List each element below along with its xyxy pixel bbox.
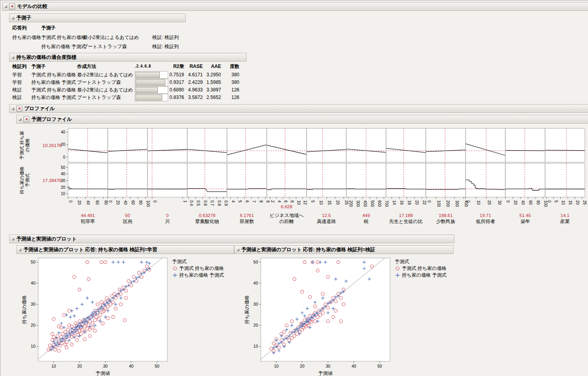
- fit-table-cell: 持ち家の価格 予測式: [31, 94, 76, 101]
- fit-table-cell: ブートストラップ森: [77, 79, 134, 86]
- section-title: 持ち家の価格の適合度指標: [16, 54, 76, 61]
- fit-table-header: .2.4.6.8: [135, 63, 167, 70]
- circle-marker-icon: [172, 266, 178, 271]
- disclosure-icon[interactable]: [237, 248, 239, 251]
- fit-table-cell: 4.6171: [185, 71, 203, 78]
- fit-table-cell: 380: [223, 79, 239, 86]
- legend-item-bootstrap-forest[interactable]: 持ち家の価格 予測式: [172, 272, 224, 279]
- factor-name: 少数民族: [436, 219, 455, 224]
- svg-text:0.4: 0.4: [189, 200, 194, 206]
- fit-table-header: 度数: [223, 63, 239, 70]
- fit-table-cell: 4.9633: [185, 86, 203, 93]
- factor-name: 犯罪率: [81, 219, 95, 224]
- outline-actual-by-predicted: 予測値と実測値のプロット: [9, 235, 454, 243]
- svg-text:30: 30: [497, 200, 502, 205]
- svg-text:0: 0: [108, 200, 113, 203]
- svg-text:40: 40: [31, 281, 35, 285]
- fit-table-cell: 3.3897: [203, 86, 221, 93]
- factor-current-value: 449: [362, 213, 370, 218]
- svg-text:60: 60: [528, 200, 533, 205]
- factor-current-value: 0: [166, 213, 169, 218]
- predictor-name: 予測式 持ち家の価格: [41, 34, 86, 41]
- svg-text:200: 200: [446, 200, 450, 207]
- y-axis-label: 持ち家の価格: [21, 295, 27, 325]
- disclosure-icon[interactable]: [4, 5, 7, 8]
- svg-text:50: 50: [377, 364, 382, 368]
- fit-table-header: 予測子: [31, 63, 76, 70]
- svg-text:14: 14: [392, 200, 396, 205]
- svg-text:80: 80: [536, 200, 540, 205]
- response-axis-label: 予測式: [25, 173, 30, 187]
- svg-text:40: 40: [61, 130, 66, 134]
- disclosure-icon[interactable]: [12, 107, 14, 110]
- response-axis-label: の価格: [25, 138, 30, 152]
- legend-label: 持ち家の価格 予測式: [402, 272, 446, 279]
- response-current-value: 10.26178: [43, 143, 62, 148]
- svg-text:5: 5: [554, 200, 558, 203]
- outline-predictors: 予測子: [9, 14, 186, 22]
- red-triangle-menu-icon[interactable]: [23, 116, 29, 122]
- outline-profiles: プロファイル: [9, 104, 588, 113]
- svg-text:500: 500: [370, 200, 375, 207]
- svg-text:4: 4: [277, 200, 281, 203]
- svg-text:7: 7: [252, 200, 256, 203]
- outline-plot-training: 予測値と実測値のプロット 応答: 持ち家の価格 検証列=学習: [16, 245, 234, 254]
- fit-table-cell: 380: [223, 71, 239, 78]
- prediction-profiler-plot[interactable]: 02040608044.491犯罪率02040608010050区画010川0.…: [16, 124, 587, 232]
- fit-table-cell: 学習: [12, 79, 31, 86]
- fit-table-cell: 3.5872: [185, 94, 203, 101]
- disclosure-icon[interactable]: [12, 56, 14, 59]
- outline-prediction-profiler: 予測プロファイル: [16, 115, 588, 124]
- svg-text:0: 0: [547, 200, 551, 203]
- legend-item-least-squares[interactable]: 予測式 持ち家の価格: [395, 265, 446, 272]
- response-current-value: 17.38476: [43, 178, 62, 183]
- fit-table-header: RASE: [185, 63, 203, 70]
- svg-text:20: 20: [415, 200, 419, 205]
- factor-current-value: 0.63278: [199, 213, 215, 218]
- svg-text:100: 100: [146, 200, 150, 207]
- svg-text:0.8: 0.8: [217, 200, 221, 206]
- svg-text:20: 20: [77, 200, 82, 205]
- svg-text:30: 30: [326, 364, 330, 368]
- legend-item-bootstrap-forest[interactable]: 持ち家の価格 予測式: [395, 272, 446, 279]
- disclosure-icon[interactable]: [19, 248, 21, 251]
- red-triangle-menu-icon[interactable]: [16, 106, 22, 112]
- svg-text:50: 50: [61, 165, 66, 170]
- disclosure-icon[interactable]: [12, 17, 14, 19]
- factor-name: 区画: [123, 219, 132, 224]
- disclosure-icon[interactable]: [19, 118, 21, 121]
- legend-label: 予測式 持ち家の価格: [402, 265, 446, 272]
- outline-plot-validation: 予測値と実測値のプロット 応答: 持ち家の価格 検証列=検証: [234, 245, 454, 254]
- svg-text:10: 10: [319, 200, 323, 205]
- svg-text:50: 50: [31, 260, 35, 264]
- factor-current-value: 17.188: [399, 213, 413, 218]
- factor-current-value: 198.61: [439, 213, 452, 218]
- r2-bar: [135, 71, 168, 79]
- disclosure-icon[interactable]: [12, 238, 14, 240]
- svg-text:60: 60: [131, 200, 135, 205]
- svg-text:40: 40: [123, 200, 128, 205]
- r2-bar: [135, 79, 168, 86]
- svg-text:0: 0: [506, 200, 510, 203]
- svg-text:700: 700: [384, 200, 389, 207]
- legend-item-least-squares[interactable]: 予測式 持ち家の価格: [172, 265, 224, 272]
- svg-text:300: 300: [455, 200, 459, 207]
- svg-text:0: 0: [427, 200, 431, 203]
- svg-text:10: 10: [31, 344, 35, 349]
- svg-text:10: 10: [274, 364, 279, 368]
- svg-text:20: 20: [336, 200, 340, 205]
- predictor-name: 持ち家の価格 予測式: [41, 43, 86, 50]
- factor-name: 窒素酸化物: [195, 219, 219, 224]
- predictor-validation: 検証: 検証列: [152, 34, 179, 41]
- factor-name: 高速道路: [317, 219, 336, 224]
- red-triangle-menu-icon[interactable]: [9, 4, 15, 10]
- section-title: 予測値と実測値のプロット: [16, 236, 77, 242]
- fit-table-cell: 3.2950: [203, 71, 221, 78]
- x-axis-label: 予測値: [318, 370, 333, 376]
- svg-text:25: 25: [582, 200, 587, 205]
- svg-text:40: 40: [351, 364, 356, 368]
- svg-text:0: 0: [466, 200, 470, 203]
- svg-text:22: 22: [422, 200, 427, 205]
- y-axis-label: 持ち家の価格: [244, 295, 250, 325]
- svg-text:600: 600: [377, 200, 382, 207]
